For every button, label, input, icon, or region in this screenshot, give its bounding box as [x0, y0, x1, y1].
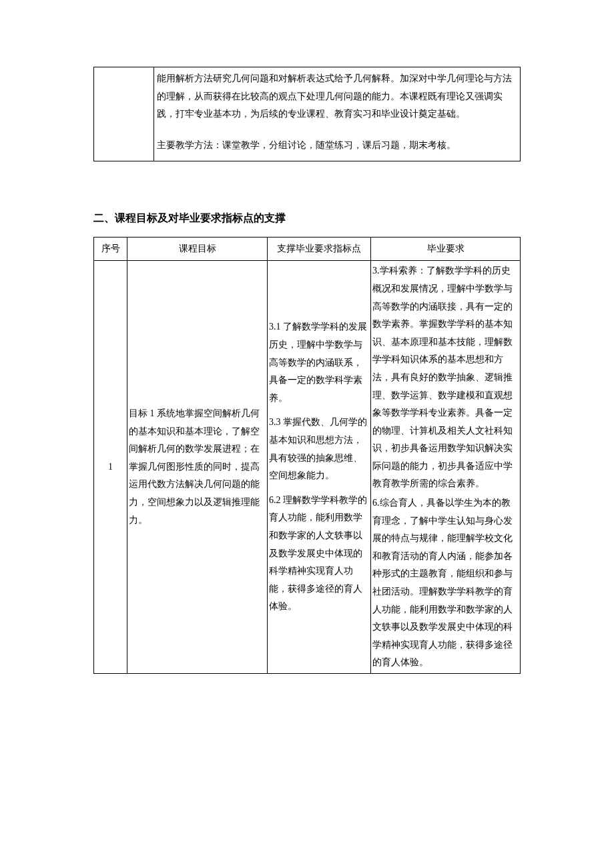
header-goal: 课程目标	[127, 237, 268, 261]
header-seq: 序号	[94, 237, 127, 261]
intro-paragraph-1: 能用解析方法研究几何问题和对解析表达式给予几何解释。加深对中学几何理论与方法的理…	[157, 70, 517, 123]
section-2-heading: 二、课程目标及对毕业要求指标点的支撑	[93, 208, 521, 228]
cell-seq: 1	[94, 261, 127, 674]
indicator-item: 3.1 了解数学学科的发展历史，理解中学数学与高等数学的内涵联系，具备一定的数学…	[269, 318, 369, 407]
indicator-item: 3.3 掌握代数、几何学的基本知识和思想方法，具有较强的抽象思维、空间想象能力。	[269, 414, 369, 484]
intro-left-cell	[94, 67, 154, 161]
table-row: 1 目标 1 系统地掌握空间解析几何的基本知识和基本理论，了解空间解析几何的数学…	[94, 261, 521, 674]
req-item: 3.学科索养：了解数学学科的历史概况和发展情况，理解中学数学与高等数学的内涵联接…	[372, 262, 519, 493]
header-indicator: 支撑毕业要求指标点	[268, 237, 371, 261]
header-req: 毕业要求	[371, 237, 521, 261]
intro-paragraph-2: 主要教学方法：课堂教学，分组讨论，随堂练习，课后习题，期末考核。	[157, 137, 517, 155]
cell-goal: 目标 1 系统地掌握空间解析几何的基本知识和基本理论，了解空间解析几何的数学发展…	[127, 261, 268, 674]
cell-req: 3.学科索养：了解数学学科的历史概况和发展情况，理解中学数学与高等数学的内涵联接…	[371, 261, 521, 674]
req-item: 6.综合育人，具备以学生为本的教育理念，了解中学生认知与身心发展的特点与规律，能…	[372, 494, 519, 672]
cell-indicator: 3.1 了解数学学科的发展历史，理解中学数学与高等数学的内涵联系，具备一定的数学…	[268, 261, 371, 674]
table-header-row: 序号 课程目标 支撑毕业要求指标点 毕业要求	[94, 237, 521, 261]
objectives-table: 序号 课程目标 支撑毕业要求指标点 毕业要求 1 目标 1 系统地掌握空间解析几…	[93, 237, 521, 674]
indicator-item: 6.2 理解数学学科教学的育人功能，能利用数学和数学家的人文轶事以及数学发展史中…	[269, 492, 369, 616]
intro-right-cell: 能用解析方法研究几何问题和对解析表达式给予几何解释。加深对中学几何理论与方法的理…	[154, 67, 521, 161]
course-intro-table: 能用解析方法研究几何问题和对解析表达式给予几何解释。加深对中学几何理论与方法的理…	[93, 67, 521, 161]
